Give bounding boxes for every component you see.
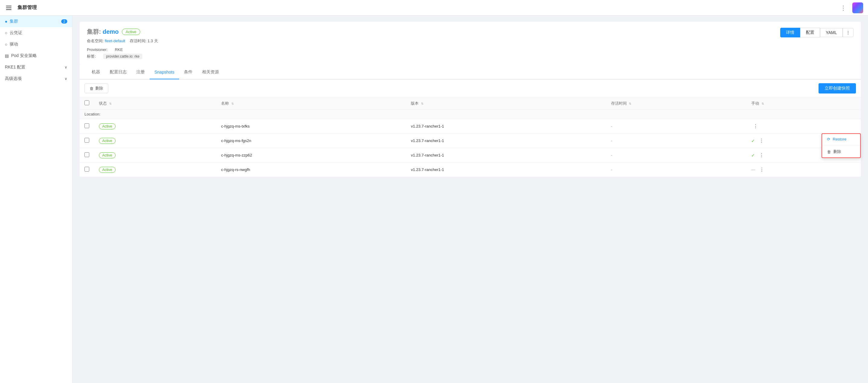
more-button[interactable]: ⋮ [843,28,854,37]
sidebar-item-cloud-credentials[interactable]: ○ 云凭证 [0,27,72,39]
sidebar-item-rke1[interactable]: RKE1 配置 ∨ [0,62,72,73]
row2-name: c-hjgzq-ms-fgs2n [216,134,406,148]
main-content: 集群: demo Active 命名空间: fleet-default 存活时间… [72,16,868,383]
drivers-icon: ○ [5,42,7,47]
cloud-credentials-icon: ○ [5,30,7,35]
row3-checkbox[interactable] [85,152,89,157]
advanced-chevron-icon: ∨ [65,76,67,81]
table-row: Active c-hjgzq-ms-txfks v1.23.7-rancher1… [80,119,861,134]
row3-uptime: - [611,153,612,157]
details-button[interactable]: 详情 [780,28,800,37]
tab-conditions[interactable]: 条件 [179,65,197,79]
table-section: 🗑 删除 立即创建快照 状态 [80,79,861,177]
location-label: Location: [85,112,100,117]
sidebar-item-clusters[interactable]: ● 集群 2 [0,16,72,27]
hamburger-menu[interactable] [5,4,13,11]
user-avatar[interactable] [852,2,863,13]
row3-version: v1.23.7-rancher1-1 [406,148,606,163]
tab-related[interactable]: 相关资源 [197,65,224,79]
row1-actions: ⋮ [751,123,856,130]
sidebar-item-clusters-label: 集群 [10,19,18,24]
cluster-header-top: 集群: demo Active 命名空间: fleet-default 存活时间… [87,28,854,59]
status-sort-icon[interactable]: ⇅ [109,102,112,105]
table-header-row: 状态 ⇅ 名称 ⇅ 版本 ⇅ [80,97,861,109]
cluster-title-section: 集群: demo Active 命名空间: fleet-default 存活时间… [87,28,158,59]
cluster-details-row: Provisioner: RKE [87,47,158,52]
row3-more-button[interactable]: ⋮ [757,152,766,159]
table-row: Active c-hjgzq-ms-fgs2n v1.23.7-rancher1… [80,134,861,148]
row4-status: Active [99,167,116,173]
row3-status: Active [99,152,116,158]
menu-divider [822,145,860,146]
sidebar-item-advanced-label: 高级选项 [5,76,22,82]
row4-more-button[interactable]: ⋮ [757,166,766,173]
th-uptime: 存活时间 ⇅ [606,97,747,109]
row4-manual-dash: — [751,167,755,172]
pod-security-icon: ▤ [5,53,9,58]
row1-name: c-hjgzq-ms-txfks [216,119,406,134]
select-all-checkbox[interactable] [85,100,89,105]
sidebar-item-advanced[interactable]: 高级选项 ∨ [0,73,72,85]
cluster-status-badge: Active [122,29,140,35]
delete-menu-item[interactable]: 🗑 删除 [822,146,860,157]
tab-register[interactable]: 注册 [131,65,150,79]
row4-actions: — ⋮ [751,166,856,173]
row3-name: c-hjgzq-ms-zzp62 [216,148,406,163]
clusters-badge: 2 [61,19,67,24]
row4-checkbox[interactable] [85,167,89,171]
cluster-title: 集群: demo [87,28,119,36]
row1-more-button[interactable]: ⋮ [751,123,760,130]
sidebar-item-pod-security[interactable]: ▤ Pod 安全策略 [0,50,72,62]
sidebar-item-cloud-label: 云凭证 [10,30,22,36]
restore-label: Restore [833,137,846,141]
row1-context-menu: ⟳ Restore 🗑 删除 [822,133,861,158]
delete-btn-label: 删除 [95,86,103,91]
yaml-button[interactable]: YAML [820,28,843,37]
row1-uptime: - [611,124,612,128]
sidebar-item-rke1-label: RKE1 配置 [5,65,25,70]
bulk-delete-button[interactable]: 🗑 删除 [85,84,108,93]
top-more-button[interactable]: ⋮ [839,3,847,13]
location-row: Location: [80,109,861,119]
th-manual: 手动 ⇅ [746,97,861,109]
uptime-label: 存活时间: [130,39,147,43]
manual-sort-icon[interactable]: ⇅ [762,102,764,105]
tabs-bar: 机器 配置日志 注册 Snapshots 条件 相关资源 [80,65,861,79]
table-toolbar: 🗑 删除 立即创建快照 [80,79,861,97]
table-row: Active c-hjgzq-ms-zzp62 v1.23.7-rancher1… [80,148,861,163]
row1-checkbox[interactable] [85,123,89,128]
restore-menu-item[interactable]: ⟳ Restore [822,134,860,145]
row2-checkbox[interactable] [85,138,89,142]
th-status: 状态 ⇅ [94,97,216,109]
name-sort-icon[interactable]: ⇅ [231,102,234,105]
row4-action-cell: — ⋮ [746,163,861,177]
create-snapshot-button[interactable]: 立即创建快照 [818,83,856,94]
namespace-link[interactable]: fleet-default [105,39,125,43]
row2-more-button[interactable]: ⋮ [757,137,766,144]
delete-icon: 🗑 [827,150,831,154]
restore-icon: ⟳ [827,137,830,141]
row3-manual-check: ✓ [751,153,755,158]
row4-version: v1.23.7-rancher1-1 [406,163,606,177]
version-sort-icon[interactable]: ⇅ [421,102,424,105]
th-name: 名称 ⇅ [216,97,406,109]
provisioner-label: Provisioner: [87,47,108,52]
uptime-value: 1.3 天 [148,39,158,43]
row4-uptime: - [611,167,612,172]
config-button[interactable]: 配置 [800,28,820,37]
sidebar-item-drivers-label: 驱动 [10,42,18,47]
sidebar-item-drivers[interactable]: ○ 驱动 [0,39,72,50]
main-layout: ● 集群 2 ○ 云凭证 ○ 驱动 ▤ Pod 安全策略 RKE1 配置 ∨ 高… [0,16,868,383]
sidebar-item-pod-label: Pod 安全策略 [11,53,37,59]
cluster-tag: provider.cattle.io: rke [103,54,143,59]
uptime-sort-icon[interactable]: ⇅ [629,102,631,105]
namespace-label: 命名空间: [87,39,104,43]
trash-icon: 🗑 [90,86,93,91]
row4-name: c-hjgzq-rs-nwgfh [216,163,406,177]
top-bar-right: ⋮ [839,2,863,13]
tab-config-log[interactable]: 配置日志 [105,65,131,79]
tab-snapshots[interactable]: Snapshots [150,65,179,79]
cluster-tags-row: 标签: provider.cattle.io: rke [87,54,158,59]
tab-machines[interactable]: 机器 [87,65,105,79]
header-actions: 详情 配置 YAML ⋮ [780,28,854,37]
